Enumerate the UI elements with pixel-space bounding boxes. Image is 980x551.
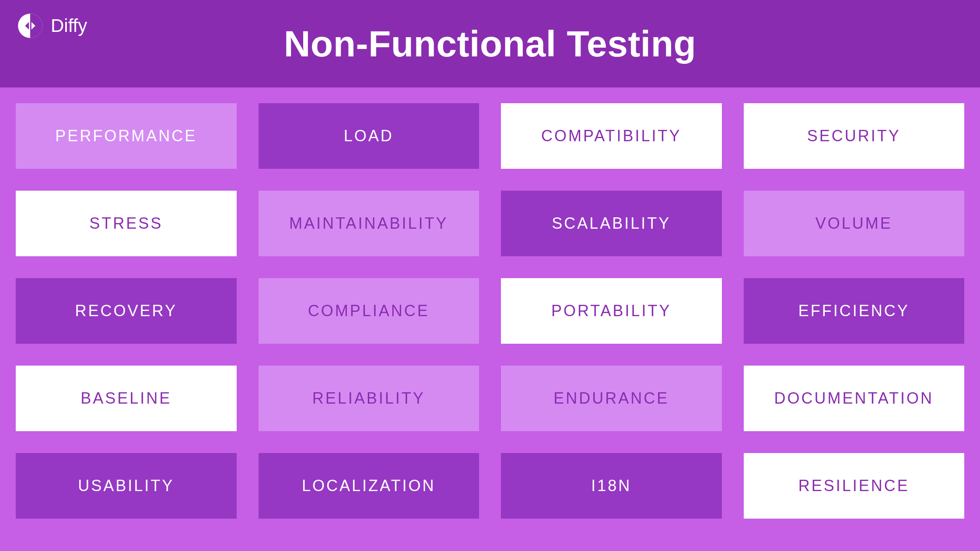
tile-label: RESILIENCE (798, 477, 910, 495)
tile-label: STRESS (89, 214, 163, 233)
tile-load: LOAD (259, 103, 480, 169)
tile-label: USABILITY (78, 477, 174, 495)
tile-security: SECURITY (744, 103, 965, 169)
page-title: Non-Functional Testing (0, 23, 980, 65)
tile-documentation: DOCUMENTATION (744, 366, 965, 431)
tile-compatibility: COMPATIBILITY (501, 103, 722, 169)
tile-label: LOCALIZATION (302, 477, 435, 495)
tile-label: BASELINE (80, 389, 172, 408)
tile-label: EFFICIENCY (798, 302, 910, 320)
tile-label: SCALABILITY (552, 214, 671, 233)
tile-stress: STRESS (16, 191, 237, 256)
header: Diffy Non-Functional Testing (0, 0, 980, 87)
tile-label: ENDURANCE (553, 389, 669, 408)
tile-volume: VOLUME (744, 191, 965, 256)
tile-label: DOCUMENTATION (774, 389, 934, 408)
tile-label: SECURITY (807, 127, 901, 145)
tile-efficiency: EFFICIENCY (744, 278, 965, 344)
diffy-logo-icon (18, 13, 43, 38)
tile-label: VOLUME (816, 214, 892, 233)
tile-portability: PORTABILITY (501, 278, 722, 344)
tile-i18n: I18N (501, 453, 722, 519)
tile-label: MAINTAINABILITY (289, 214, 448, 233)
tile-usability: USABILITY (16, 453, 237, 519)
tile-label: PERFORMANCE (55, 127, 197, 145)
tile-maintainability: MAINTAINABILITY (259, 191, 480, 256)
tile-localization: LOCALIZATION (259, 453, 480, 519)
tile-label: COMPLIANCE (308, 302, 430, 320)
tile-scalability: SCALABILITY (501, 191, 722, 256)
tiles-grid: PERFORMANCELOADCOMPATIBILITYSECURITYSTRE… (0, 87, 980, 534)
tile-endurance: ENDURANCE (501, 366, 722, 431)
tile-performance: PERFORMANCE (16, 103, 237, 169)
tile-compliance: COMPLIANCE (259, 278, 480, 344)
tile-reliability: RELIABILITY (259, 366, 480, 431)
brand-logo: Diffy (18, 13, 87, 38)
tile-label: RECOVERY (75, 302, 177, 320)
tile-label: LOAD (344, 127, 394, 145)
tile-recovery: RECOVERY (16, 278, 237, 344)
tile-resilience: RESILIENCE (744, 453, 965, 519)
tile-baseline: BASELINE (16, 366, 237, 431)
brand-name: Diffy (51, 15, 87, 36)
tile-label: I18N (591, 477, 631, 495)
tile-label: PORTABILITY (551, 302, 672, 320)
tile-label: RELIABILITY (312, 389, 425, 408)
tile-label: COMPATIBILITY (541, 127, 682, 145)
